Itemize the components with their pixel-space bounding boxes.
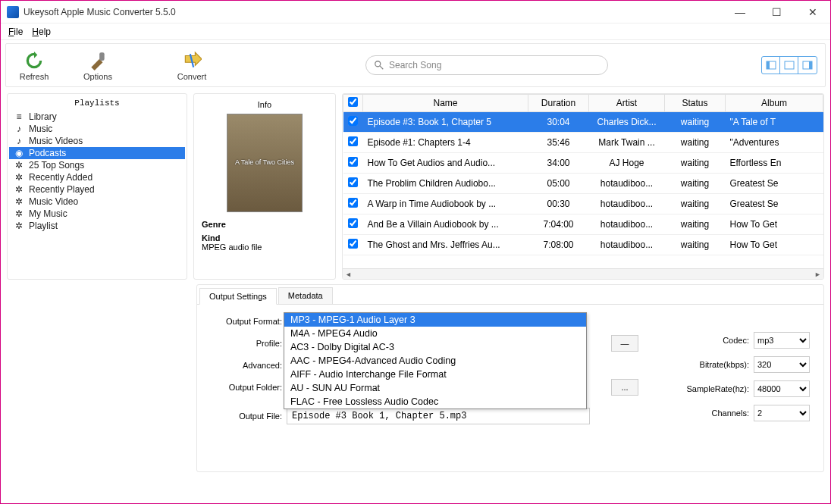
- cell-album: How To Get: [726, 235, 823, 255]
- podcast-icon: ◉: [14, 148, 24, 158]
- sidebar-item-library[interactable]: ≡Library: [9, 111, 185, 123]
- samplerate-select[interactable]: 48000: [754, 380, 810, 397]
- cell-album: "Adventures: [726, 133, 823, 153]
- bitrate-select[interactable]: 320: [754, 356, 810, 373]
- cell-name: Episode #3: Book 1, Chapter 5: [363, 112, 528, 133]
- menu-help[interactable]: Help: [32, 27, 51, 37]
- playlists-title: Playlists: [9, 97, 185, 111]
- table-row[interactable]: The Problim Children Audiobo...05:00hota…: [343, 174, 823, 194]
- title-bar: Ukeysoft Apple Music Converter 5.5.0 — ☐…: [1, 1, 830, 23]
- note-icon: ♪: [14, 136, 24, 146]
- row-checkbox[interactable]: [348, 136, 358, 146]
- cell-artist: hotaudiboo...: [589, 194, 665, 214]
- svg-rect-4: [767, 61, 770, 69]
- refresh-icon: [24, 50, 45, 71]
- format-option[interactable]: AIFF - Audio Interchange File Format: [284, 368, 586, 381]
- cell-artist: AJ Hoge: [589, 153, 665, 174]
- header-duration[interactable]: Duration: [528, 95, 589, 112]
- view-mode-toggle[interactable]: [761, 56, 817, 74]
- kind-value: MPEG audio file: [202, 243, 328, 252]
- playlists-panel: Playlists ≡Library♪Music♪Music Videos◉Po…: [7, 93, 187, 280]
- codec-select[interactable]: mp3: [754, 332, 810, 349]
- table-row[interactable]: Episode #1: Chapters 1-435:46Mark Twain …: [343, 133, 823, 153]
- gear-icon: ✲: [14, 172, 24, 183]
- format-option[interactable]: MP3 - MPEG-1 Audio Layer 3: [284, 313, 586, 327]
- output-format-dropdown[interactable]: MP3 - MPEG-1 Audio Layer 3M4A - MPEG4 Au…: [284, 312, 587, 409]
- row-checkbox[interactable]: [348, 218, 358, 228]
- row-checkbox[interactable]: [348, 198, 358, 208]
- sidebar-item-25-top-songs[interactable]: ✲25 Top Songs: [9, 159, 185, 171]
- horizontal-scrollbar[interactable]: ◄►: [343, 268, 823, 279]
- header-artist[interactable]: Artist: [589, 95, 665, 112]
- menu-file[interactable]: File: [8, 27, 23, 37]
- cell-name: Episode #1: Chapters 1-4: [363, 133, 528, 153]
- maximize-button[interactable]: ☐: [765, 6, 788, 18]
- row-checkbox[interactable]: [348, 116, 358, 126]
- minimize-button[interactable]: —: [729, 6, 751, 18]
- row-checkbox[interactable]: [348, 239, 358, 249]
- tab-output-settings[interactable]: Output Settings: [199, 288, 277, 305]
- format-option[interactable]: FLAC - Free Lossless Audio Codec: [284, 395, 586, 409]
- cell-duration: 30:04: [528, 112, 589, 133]
- convert-button[interactable]: Convert: [171, 50, 212, 81]
- table-row[interactable]: A Warp in Time Audiobook by ...00:30hota…: [343, 194, 823, 214]
- cell-name: A Warp in Time Audiobook by ...: [363, 194, 528, 214]
- stack-icon: ≡: [14, 111, 24, 122]
- header-album[interactable]: Album: [726, 95, 823, 112]
- view-mode-2[interactable]: [780, 57, 798, 74]
- sidebar-item-music-video[interactable]: ✲Music Video: [9, 196, 185, 208]
- cell-status: waiting: [665, 133, 726, 153]
- svg-point-1: [375, 61, 381, 67]
- sidebar-item-music[interactable]: ♪Music: [9, 123, 185, 135]
- sidebar-item-podcasts[interactable]: ◉Podcasts: [9, 147, 185, 159]
- menu-bar: File Help: [1, 23, 830, 40]
- samplerate-label: SampleRate(hz):: [686, 384, 754, 393]
- row-checkbox[interactable]: [348, 177, 358, 187]
- sidebar-item-my-music[interactable]: ✲My Music: [9, 208, 185, 220]
- table-row[interactable]: How To Get Audios and Audio...34:00AJ Ho…: [343, 153, 823, 174]
- options-button[interactable]: Options: [77, 50, 118, 81]
- note-icon: ♪: [14, 124, 24, 134]
- header-checkbox[interactable]: [343, 95, 363, 112]
- cell-duration: 7:08:00: [528, 235, 589, 255]
- close-button[interactable]: ✕: [801, 6, 824, 18]
- cell-artist: Mark Twain ...: [589, 133, 665, 153]
- profile-button[interactable]: —: [611, 335, 638, 352]
- cell-status: waiting: [665, 214, 726, 235]
- cell-status: waiting: [665, 174, 726, 194]
- cell-duration: 00:30: [528, 194, 589, 214]
- table-row[interactable]: The Ghost and Mrs. Jeffries Au...7:08:00…: [343, 235, 823, 255]
- sidebar-item-playlist[interactable]: ✲Playlist: [9, 220, 185, 232]
- cell-status: waiting: [665, 153, 726, 174]
- table-row[interactable]: And Be a Villain Audiobook by ...7:04:00…: [343, 214, 823, 235]
- view-mode-1[interactable]: [762, 57, 780, 74]
- view-mode-3[interactable]: [798, 57, 817, 74]
- advanced-label: Advanced:: [208, 361, 287, 370]
- cell-status: waiting: [665, 235, 726, 255]
- channels-select[interactable]: 2: [754, 405, 810, 421]
- browse-folder-button[interactable]: ...: [611, 379, 638, 396]
- table-row[interactable]: Episode #3: Book 1, Chapter 530:04Charle…: [343, 112, 823, 133]
- output-file-input[interactable]: [287, 408, 590, 424]
- sidebar-item-music-videos[interactable]: ♪Music Videos: [9, 135, 185, 147]
- tab-metadata[interactable]: Metadata: [278, 287, 333, 304]
- format-option[interactable]: AC3 - Dolby Digital AC-3: [284, 340, 586, 354]
- sidebar-item-recently-added[interactable]: ✲Recently Added: [9, 171, 185, 183]
- gear-icon: ✲: [14, 160, 24, 171]
- search-input[interactable]: Search Song: [365, 55, 608, 75]
- sidebar-item-recently-played[interactable]: ✲Recently Played: [9, 183, 185, 196]
- format-option[interactable]: M4A - MPEG4 Audio: [284, 327, 586, 340]
- cell-artist: hotaudiboo...: [589, 235, 665, 255]
- header-name[interactable]: Name: [363, 95, 528, 112]
- header-status[interactable]: Status: [665, 95, 726, 112]
- output-folder-label: Output Folder:: [208, 383, 287, 392]
- cell-album: "A Tale of T: [726, 112, 823, 133]
- row-checkbox[interactable]: [348, 157, 358, 167]
- codec-label: Codec:: [723, 336, 754, 345]
- format-option[interactable]: AAC - MPEG4-Advanced Audio Coding: [284, 354, 586, 368]
- convert-icon: [181, 50, 202, 71]
- search-icon: [374, 60, 384, 70]
- refresh-button[interactable]: Refresh: [14, 50, 55, 81]
- format-option[interactable]: AU - SUN AU Format: [284, 381, 586, 395]
- cell-album: How To Get: [726, 214, 823, 235]
